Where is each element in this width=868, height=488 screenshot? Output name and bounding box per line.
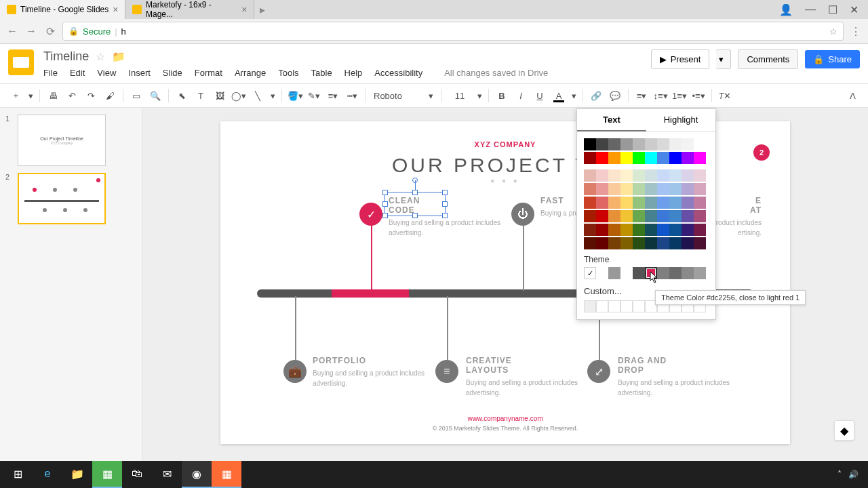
menu-format[interactable]: Format: [195, 68, 222, 78]
color-swatch[interactable]: [657, 169, 669, 182]
text-color-button[interactable]: A: [550, 87, 568, 104]
slide-thumb-1[interactable]: Our Project Timeline XYZ Company: [18, 115, 106, 166]
color-swatch[interactable]: [657, 197, 669, 209]
user-icon[interactable]: 👤: [779, 3, 793, 16]
color-swatch[interactable]: [682, 237, 694, 249]
numbered-list-button[interactable]: 1≡▾: [671, 87, 688, 104]
image-tool[interactable]: 🖼: [211, 87, 229, 104]
color-swatch[interactable]: [608, 267, 620, 279]
color-swatch[interactable]: [694, 169, 706, 182]
border-weight-button[interactable]: ≡▾: [324, 87, 342, 104]
color-swatch[interactable]: [669, 152, 682, 164]
color-swatch[interactable]: [657, 183, 669, 195]
color-swatch[interactable]: [584, 169, 596, 182]
color-swatch[interactable]: [633, 183, 645, 195]
menu-help[interactable]: Help: [344, 68, 363, 78]
shape-tool[interactable]: ◯▾: [230, 87, 248, 104]
color-swatch[interactable]: [669, 237, 682, 249]
color-swatch[interactable]: [694, 224, 706, 236]
color-swatch[interactable]: [596, 169, 608, 182]
color-swatch[interactable]: [682, 169, 694, 182]
zoom-fit-button[interactable]: ▭: [127, 87, 145, 104]
color-swatch[interactable]: [694, 138, 706, 150]
color-swatch[interactable]: [584, 224, 596, 236]
color-swatch[interactable]: [620, 224, 633, 236]
color-swatch[interactable]: [694, 183, 706, 195]
font-size-input[interactable]: 11: [446, 91, 473, 101]
color-swatch[interactable]: [620, 138, 633, 150]
color-swatch[interactable]: ✓: [584, 267, 596, 279]
insert-comment-button[interactable]: 💬: [606, 87, 624, 104]
browser-tab-1[interactable]: Timeline - Google Slides ×: [0, 0, 125, 19]
share-button[interactable]: 🔒 Share: [805, 50, 860, 68]
color-swatch[interactable]: [657, 237, 669, 249]
line-dropdown[interactable]: ▾: [268, 87, 277, 104]
color-swatch[interactable]: [669, 267, 682, 279]
present-dropdown[interactable]: ▾: [716, 49, 731, 69]
color-swatch[interactable]: [645, 169, 657, 182]
color-swatch[interactable]: [596, 183, 608, 195]
tab-highlight[interactable]: Highlight: [646, 109, 715, 131]
color-swatch[interactable]: [584, 197, 596, 209]
tab-text[interactable]: Text: [577, 109, 646, 131]
chrome-menu-icon[interactable]: ⋮: [849, 25, 863, 38]
color-swatch[interactable]: [633, 267, 645, 279]
color-swatch[interactable]: [682, 138, 694, 150]
menu-tools[interactable]: Tools: [278, 68, 298, 78]
maximize-icon[interactable]: ☐: [828, 3, 837, 16]
menu-slide[interactable]: Slide: [163, 68, 182, 78]
color-swatch[interactable]: [657, 152, 669, 164]
underline-button[interactable]: U: [531, 87, 549, 104]
color-swatch[interactable]: [620, 169, 633, 182]
color-swatch[interactable]: [694, 210, 706, 222]
star-icon[interactable]: ☆: [96, 50, 105, 63]
task-app2[interactable]: ▦: [212, 461, 241, 488]
menu-accessibility[interactable]: Accessibility: [374, 68, 422, 78]
back-button[interactable]: ←: [5, 25, 19, 37]
color-swatch[interactable]: [669, 197, 682, 209]
color-swatch[interactable]: [694, 237, 706, 249]
color-swatch[interactable]: [669, 138, 682, 150]
new-slide-dropdown[interactable]: ▾: [26, 87, 35, 104]
color-swatch[interactable]: [682, 210, 694, 222]
color-swatch[interactable]: [596, 152, 608, 164]
color-swatch[interactable]: [645, 210, 657, 222]
present-button[interactable]: ▶ Present: [651, 49, 710, 69]
color-swatch[interactable]: [608, 237, 620, 249]
reload-button[interactable]: ⟳: [43, 25, 57, 38]
color-swatch[interactable]: [608, 224, 620, 236]
color-swatch[interactable]: [596, 237, 608, 249]
close-icon[interactable]: ×: [113, 4, 118, 15]
color-swatch[interactable]: [608, 183, 620, 195]
border-dash-button[interactable]: ┅▾: [343, 87, 361, 104]
font-family-select[interactable]: Roboto▾: [370, 91, 437, 101]
color-swatch[interactable]: [669, 169, 682, 182]
color-swatch[interactable]: [645, 152, 657, 164]
task-mail[interactable]: ✉: [152, 461, 182, 488]
slide-thumb-2[interactable]: [18, 173, 106, 224]
slides-logo[interactable]: [8, 49, 34, 75]
color-swatch[interactable]: [657, 210, 669, 222]
menu-arrange[interactable]: Arrange: [235, 68, 266, 78]
text-color-dropdown[interactable]: ▾: [569, 87, 578, 104]
custom-swatch[interactable]: [620, 300, 633, 312]
task-store[interactable]: 🛍: [122, 461, 152, 488]
fill-color-button[interactable]: 🪣▾: [286, 87, 304, 104]
menu-view[interactable]: View: [97, 68, 116, 78]
custom-swatch[interactable]: [633, 300, 645, 312]
line-tool[interactable]: ╲: [249, 87, 267, 104]
paint-format-button[interactable]: 🖌: [101, 87, 119, 104]
undo-button[interactable]: ↶: [63, 87, 81, 104]
close-icon[interactable]: ×: [241, 4, 247, 15]
insert-link-button[interactable]: 🔗: [587, 87, 605, 104]
color-swatch[interactable]: [608, 138, 620, 150]
color-swatch[interactable]: [620, 152, 633, 164]
color-swatch[interactable]: [584, 183, 596, 195]
color-swatch[interactable]: [633, 169, 645, 182]
address-bar[interactable]: 🔒 Secure | h ☆: [62, 22, 844, 41]
minimize-icon[interactable]: —: [805, 3, 816, 16]
print-button[interactable]: 🖶: [44, 87, 62, 104]
select-tool[interactable]: ⬉: [173, 87, 191, 104]
align-button[interactable]: ≡▾: [633, 87, 650, 104]
task-app1[interactable]: ▦: [92, 461, 122, 488]
